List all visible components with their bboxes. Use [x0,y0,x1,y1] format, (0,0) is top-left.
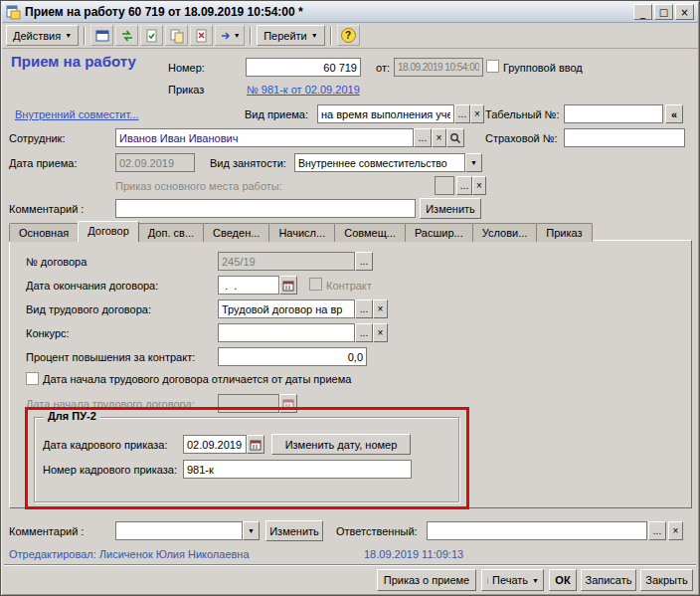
employment-kind-label: Вид занятости: [210,157,286,169]
comment-top-field[interactable] [115,199,416,218]
ok-button[interactable]: ОК [549,569,577,591]
goto-button-label: Перейти [263,30,307,42]
employee-open-button[interactable] [446,128,464,147]
tab-osnovnaya[interactable]: Основная [9,223,79,242]
number-field[interactable] [246,58,361,77]
chevron-down-icon: ▼ [311,32,318,39]
order-link[interactable]: № 981-к от 02.09.2019 [247,84,360,96]
edited-at-text: 18.09.2019 11:09:13 [364,548,463,560]
pu2-number-field[interactable] [183,460,412,479]
tab-svedeniya[interactable]: Сведен... [203,223,269,242]
toolbar-refresh-button[interactable] [115,25,138,46]
deletion-mark-icon [194,28,210,44]
toolbar-go-link-button[interactable]: ▼ [215,25,245,46]
print-button[interactable]: Печать ▼ [481,569,544,591]
contract-number-select-button[interactable]: ... [355,252,373,271]
responsible-field[interactable] [427,521,647,540]
pu2-date-calendar-button[interactable] [247,435,264,454]
end-date-field[interactable] [218,276,279,295]
tab-dogovor[interactable]: Договор [78,221,139,242]
toolbar-post-button[interactable] [140,25,163,46]
competition-clear-button[interactable]: × [373,323,388,342]
toolbar-reread-button[interactable] [90,25,113,46]
contract-type-select-button[interactable]: ... [355,299,373,318]
help-button[interactable]: ? [337,25,360,46]
title-bar: Прием на работу 60 719 от 18.09.2019 10:… [2,2,698,23]
tab-sovmeshchenie[interactable]: Совмещ... [334,223,406,242]
personnel-number-field[interactable] [564,104,663,123]
pu2-date-field[interactable] [183,435,247,454]
close-button[interactable]: × [675,4,694,20]
tab-dop-svedeniya[interactable]: Доп. св... [138,223,204,242]
tab-nachisleniya[interactable]: Начисл... [268,223,335,242]
contract-type-label: Вид трудового договора: [26,303,151,315]
actions-button[interactable]: Действия ▼ [6,25,79,46]
copy-icon [169,28,185,44]
print-button-label: Печать [492,574,528,586]
pu2-change-date-number-button[interactable]: Изменить дату, номер [271,434,411,455]
toolbar-separator [84,27,86,45]
start-date-differs-checkbox[interactable] [26,372,39,385]
minimize-button[interactable]: _ [633,4,652,20]
raise-percent-field[interactable] [218,347,367,366]
comment-top-change-button[interactable]: Изменить [420,198,481,219]
contract-checkbox [309,278,322,291]
start-date-differs-label: Дата начала трудового договора отличаетс… [43,373,351,385]
toolbar-separator [330,27,332,45]
start-date-field [218,394,279,413]
responsible-select-button[interactable]: ... [648,521,666,540]
raise-percent-label: Процент повышения за контракт: [26,351,195,363]
goto-button[interactable]: Перейти ▼ [257,25,325,46]
actions-button-label: Действия [13,30,61,42]
toolbar-copy-button[interactable] [165,25,188,46]
comment-bottom-change-button[interactable]: Изменить [265,520,323,541]
group-entry-label: Групповой ввод [503,62,583,74]
employee-field[interactable] [115,128,414,147]
tab-prikaz[interactable]: Приказ [536,223,592,242]
link-arrow-icon [220,29,234,43]
contract-number-label: № договора [26,256,87,268]
contract-type-clear-button[interactable]: × [373,299,388,318]
tab-rasshirennaya[interactable]: Расшир... [405,223,473,242]
app-icon [6,5,21,20]
employment-kind-dropdown-button[interactable]: ▼ [465,153,482,172]
from-label: от: [376,62,390,74]
maximize-button[interactable]: □ [654,4,673,20]
main-workplace-order-clear-button[interactable]: × [472,176,486,195]
main-workplace-order-select-button[interactable]: ... [456,176,472,195]
responsible-clear-button[interactable]: × [668,521,683,540]
comment-bottom-label: Комментарий : [9,525,84,537]
hire-date-field [115,153,195,172]
employee-label: Сотрудник: [9,132,66,144]
close-form-button[interactable]: Закрыть [640,569,693,591]
insurance-number-field[interactable] [564,128,685,147]
number-label: Номер: [168,62,205,74]
comment-bottom-dropdown-button[interactable]: ▼ [243,521,260,540]
employee-select-button[interactable]: ... [414,128,432,147]
save-button[interactable]: Записать [581,569,636,591]
refresh-icon [119,28,135,44]
magnifier-icon [449,132,461,144]
contract-type-field[interactable] [218,299,355,318]
group-entry-checkbox[interactable] [486,60,499,73]
employee-clear-button[interactable]: × [432,128,446,147]
responsible-label: Ответственный: [336,525,418,537]
hire-type-clear-button[interactable]: × [470,104,484,123]
comment-bottom-field[interactable] [115,521,243,540]
hire-type-select-button[interactable]: ... [454,104,470,123]
employment-type-link[interactable]: Внутренний совместит... [15,108,139,120]
end-date-calendar-button[interactable] [279,276,297,295]
competition-select-button[interactable]: ... [355,323,373,342]
end-date-label: Дата окончания договора: [26,280,158,292]
insurance-number-label: Страховой №: [485,132,558,144]
calendar-icon [282,280,294,292]
printer-icon [486,574,488,586]
hire-order-button[interactable]: Приказ о приеме [377,569,476,591]
hire-type-field[interactable] [317,104,454,123]
employment-kind-field[interactable] [294,153,465,172]
hire-type-label: Вид приема: [245,108,308,120]
tab-usloviya[interactable]: Услови... [472,223,538,242]
personnel-number-expand-button[interactable]: « [665,104,683,123]
competition-field[interactable] [218,323,355,342]
toolbar-delete-mark-button[interactable] [190,25,213,46]
